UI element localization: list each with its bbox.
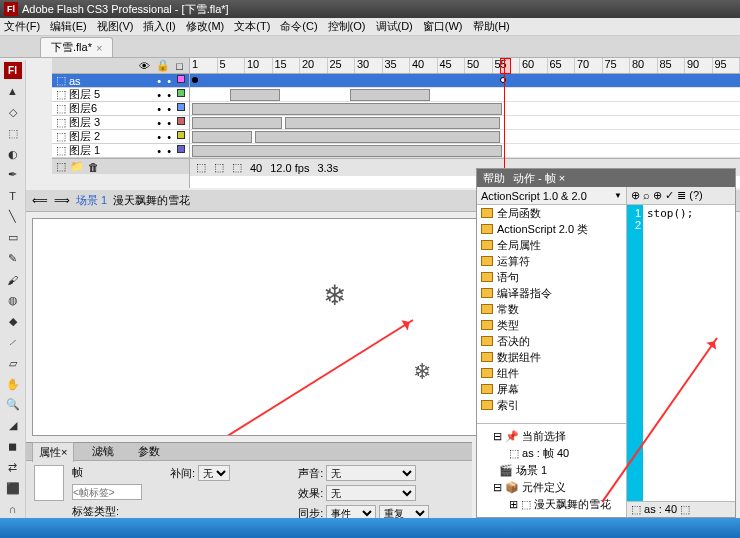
menu-insert[interactable]: 插入(I) xyxy=(143,19,175,34)
layer-row[interactable]: ⬚ 图层 1 •• xyxy=(52,144,189,158)
snap-tool[interactable]: ⬛ xyxy=(4,480,22,497)
menu-file[interactable]: 文件(F) xyxy=(4,19,40,34)
menu-view[interactable]: 视图(V) xyxy=(97,19,134,34)
symbol-breadcrumb[interactable]: 漫天飘舞的雪花 xyxy=(113,193,190,208)
layer-row[interactable]: ⬚ 图层 5 •• xyxy=(52,88,189,102)
onion-skin-button[interactable]: ⬚ xyxy=(196,161,206,174)
delete-layer-button[interactable]: 🗑 xyxy=(88,161,99,173)
ruler-tick[interactable]: 5 xyxy=(218,58,246,73)
tab-filters[interactable]: 滤镜 xyxy=(86,442,120,461)
menu-commands[interactable]: 命令(C) xyxy=(280,19,317,34)
tween-select[interactable]: 无 xyxy=(198,465,230,481)
ruler-tick[interactable]: 45 xyxy=(438,58,466,73)
back-button[interactable]: ⟸ xyxy=(32,194,48,207)
category-item[interactable]: 数据组件 xyxy=(477,349,626,365)
category-item[interactable]: 组件 xyxy=(477,365,626,381)
layer-row[interactable]: ⬚ 图层6 •• xyxy=(52,102,189,116)
visibility-icon[interactable]: 👁 xyxy=(139,60,150,72)
ruler-tick[interactable]: 50 xyxy=(465,58,493,73)
scene-breadcrumb[interactable]: 场景 1 xyxy=(76,193,107,208)
text-tool[interactable]: T xyxy=(4,187,22,204)
effect-select[interactable]: 无 xyxy=(326,485,416,501)
free-transform-tool[interactable]: ⬚ xyxy=(4,125,22,142)
ink-bottle-tool[interactable]: ◍ xyxy=(4,292,22,309)
eraser-tool[interactable]: ▱ xyxy=(4,355,22,372)
snowflake-symbol[interactable]: ❄ xyxy=(413,359,431,385)
subselection-tool[interactable]: ◇ xyxy=(4,104,22,121)
tree-item[interactable]: ⬚ as : 帧 40 xyxy=(481,445,622,462)
menu-help[interactable]: 帮助(H) xyxy=(473,19,510,34)
tree-symbol-def[interactable]: ⊟ 📦 元件定义 xyxy=(481,479,622,496)
ruler-tick[interactable]: 10 xyxy=(245,58,273,73)
sound-select[interactable]: 无 xyxy=(326,465,416,481)
pencil-tool[interactable]: ✎ xyxy=(4,250,22,267)
ruler-tick[interactable]: 80 xyxy=(630,58,658,73)
close-icon[interactable]: × xyxy=(96,42,102,54)
frame-tag-input[interactable] xyxy=(72,484,142,500)
ruler-tick[interactable]: 35 xyxy=(383,58,411,73)
code-toolbar-buttons[interactable]: ⊕ ⌕ ⊕ ✓ ≣ (?) xyxy=(631,189,703,202)
menu-window[interactable]: 窗口(W) xyxy=(423,19,463,34)
category-item[interactable]: 运算符 xyxy=(477,253,626,269)
ruler-tick[interactable]: 30 xyxy=(355,58,383,73)
category-item[interactable]: 屏幕 xyxy=(477,381,626,397)
category-item[interactable]: 全局函数 xyxy=(477,205,626,221)
layer-row[interactable]: ⬚ as •• xyxy=(52,74,189,88)
frame-track[interactable] xyxy=(190,144,740,158)
tab-help[interactable]: 帮助 xyxy=(483,171,505,186)
frame-track[interactable] xyxy=(190,102,740,116)
snowflake-symbol[interactable]: ❄ xyxy=(323,279,346,312)
paint-bucket-tool[interactable]: ◆ xyxy=(4,313,22,330)
eyedropper-tool[interactable]: ⟋ xyxy=(4,334,22,351)
menu-modify[interactable]: 修改(M) xyxy=(186,19,225,34)
pen-tool[interactable]: ✒ xyxy=(4,167,22,184)
outline-icon[interactable]: □ xyxy=(176,60,183,72)
ruler-tick[interactable]: 25 xyxy=(328,58,356,73)
swap-colors[interactable]: ⇄ xyxy=(4,459,22,476)
ruler-tick[interactable]: 70 xyxy=(575,58,603,73)
frame-track[interactable] xyxy=(190,88,740,102)
ruler-tick[interactable]: 1 xyxy=(190,58,218,73)
ruler-tick[interactable]: 85 xyxy=(658,58,686,73)
magnet-tool[interactable]: ∩ xyxy=(4,501,22,518)
ruler-tick[interactable]: 60 xyxy=(520,58,548,73)
hand-tool[interactable]: ✋ xyxy=(4,376,22,393)
document-tab[interactable]: 下雪.fla* × xyxy=(40,37,113,57)
selection-tool[interactable]: ▲ xyxy=(4,83,22,100)
zoom-tool[interactable]: 🔍 xyxy=(4,397,22,414)
tree-scene[interactable]: 🎬 场景 1 xyxy=(481,462,622,479)
ruler-tick[interactable]: 90 xyxy=(685,58,713,73)
category-item[interactable]: 语句 xyxy=(477,269,626,285)
ruler-tick[interactable]: 65 xyxy=(548,58,576,73)
tab-parameters[interactable]: 参数 xyxy=(132,442,166,461)
windows-taskbar[interactable] xyxy=(0,518,740,538)
onion-skin-button[interactable]: ⬚ xyxy=(232,161,242,174)
menu-edit[interactable]: 编辑(E) xyxy=(50,19,87,34)
category-item[interactable]: 编译器指令 xyxy=(477,285,626,301)
line-tool[interactable]: ╲ xyxy=(4,208,22,225)
rectangle-tool[interactable]: ▭ xyxy=(4,229,22,246)
frame-track[interactable] xyxy=(190,74,740,88)
tree-symbol[interactable]: ⊞ ⬚ 漫天飘舞的雪花 xyxy=(481,496,622,513)
layer-row[interactable]: ⬚ 图层 2 •• xyxy=(52,130,189,144)
frame-track[interactable] xyxy=(190,116,740,130)
actionscript-version-dropdown[interactable]: ActionScript 1.0 & 2.0 ▼ xyxy=(477,187,626,205)
playhead[interactable] xyxy=(504,58,505,170)
category-item[interactable]: 否决的 xyxy=(477,333,626,349)
forward-button[interactable]: ⟹ xyxy=(54,194,70,207)
category-item[interactable]: 索引 xyxy=(477,397,626,413)
stroke-color[interactable]: ◢ xyxy=(4,417,22,434)
code-editor[interactable]: 1 2 stop(); xyxy=(627,205,735,501)
category-item[interactable]: ActionScript 2.0 类 xyxy=(477,221,626,237)
tab-properties[interactable]: 属性× xyxy=(32,442,74,462)
frame-ruler[interactable]: 15101520253035404550556065707580859095 xyxy=(190,58,740,74)
brush-tool[interactable]: 🖌 xyxy=(4,271,22,288)
category-item[interactable]: 类型 xyxy=(477,317,626,333)
ruler-tick[interactable]: 40 xyxy=(410,58,438,73)
ruler-tick[interactable]: 15 xyxy=(273,58,301,73)
menu-text[interactable]: 文本(T) xyxy=(234,19,270,34)
ruler-tick[interactable]: 95 xyxy=(713,58,741,73)
onion-skin-button[interactable]: ⬚ xyxy=(214,161,224,174)
category-item[interactable]: 全局属性 xyxy=(477,237,626,253)
code-text[interactable]: stop(); xyxy=(643,205,735,501)
